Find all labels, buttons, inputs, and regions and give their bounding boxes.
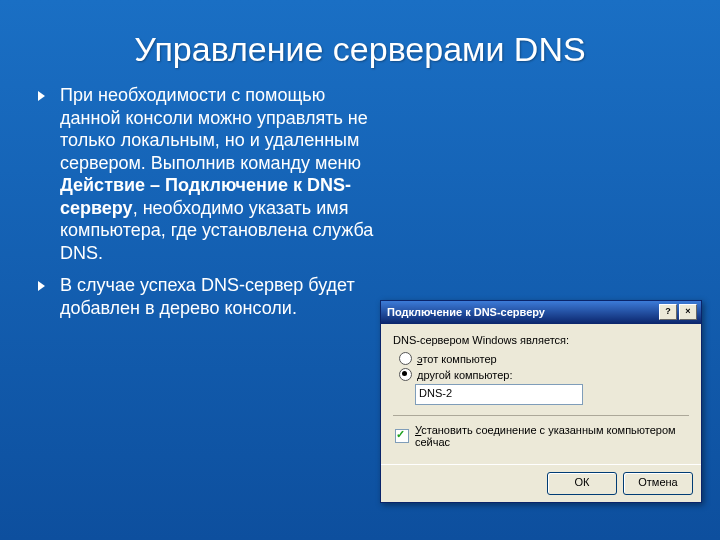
dialog-buttons: ОК Отмена (381, 464, 701, 502)
radio-icon (399, 352, 412, 365)
connect-now-checkbox[interactable]: Установить соединение с указанным компью… (395, 424, 689, 448)
radio-this-computer[interactable]: этот компьютер (399, 352, 689, 365)
radio-other-computer[interactable]: другой компьютер: (399, 368, 689, 381)
computer-name-input[interactable]: DNS-2 (415, 384, 583, 405)
radio-label: этот компьютер (417, 353, 497, 365)
slide-body: При необходимости с помощью данной консо… (0, 79, 420, 319)
cancel-button[interactable]: Отмена (623, 472, 693, 495)
bullet-text-pre: В случае успеха DNS-сервер будет добавле… (60, 275, 355, 318)
checkbox-label: Установить соединение с указанным компью… (415, 424, 689, 448)
radio-icon (399, 368, 412, 381)
bullet-item: В случае успеха DNS-сервер будет добавле… (60, 274, 390, 319)
bullet-text-pre: При необходимости с помощью данной консо… (60, 85, 368, 173)
radio-label: другой компьютер: (417, 369, 513, 381)
bullet-item: При необходимости с помощью данной консо… (60, 84, 390, 264)
ok-button[interactable]: ОК (547, 472, 617, 495)
close-icon[interactable]: × (679, 304, 697, 320)
section-label: DNS-сервером Windows является: (393, 334, 689, 346)
dialog-title: Подключение к DNS-серверу (387, 306, 657, 318)
help-icon[interactable]: ? (659, 304, 677, 320)
dialog-body: DNS-сервером Windows является: этот комп… (381, 324, 701, 464)
connect-dns-dialog: Подключение к DNS-серверу ? × DNS-сервер… (380, 300, 702, 503)
divider (393, 415, 689, 416)
slide-title: Управление серверами DNS (0, 0, 720, 79)
checkbox-icon (395, 429, 409, 443)
dialog-titlebar[interactable]: Подключение к DNS-серверу ? × (381, 301, 701, 324)
